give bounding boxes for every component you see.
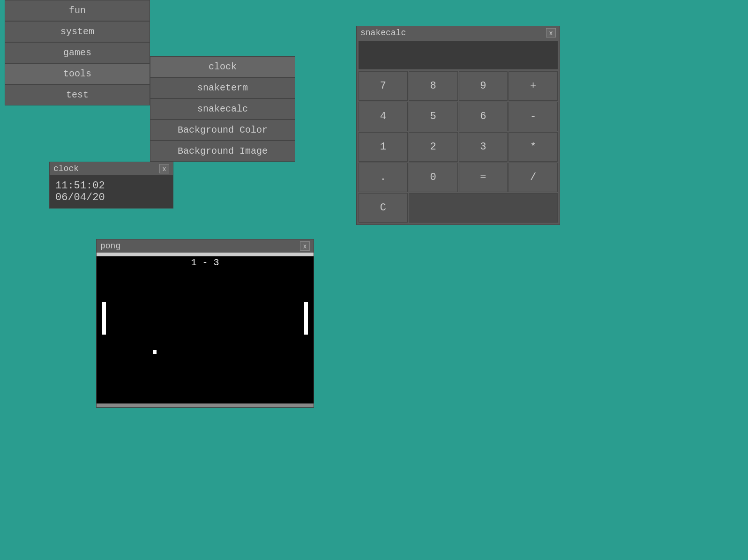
calc-title: snakecalc <box>360 28 406 37</box>
calc-close-button[interactable]: x <box>546 28 556 37</box>
menu-item-fun[interactable]: fun <box>5 0 150 21</box>
calc-btn-0[interactable]: 0 <box>409 163 458 192</box>
calc-btn-clear[interactable]: C <box>359 193 408 223</box>
pong-top-wall <box>97 253 314 256</box>
calc-btn-8[interactable]: 8 <box>409 71 458 101</box>
calc-btn-minus[interactable]: - <box>509 102 558 131</box>
menu-item-tools[interactable]: tools <box>5 63 150 84</box>
clock-window: clock x 11:51:02 06/04/20 <box>49 162 173 209</box>
pong-close-button[interactable]: x <box>300 241 310 251</box>
pong-ball <box>153 350 157 354</box>
clock-time: 11:51:02 <box>55 180 105 192</box>
pong-score: 1 - 3 <box>191 257 219 268</box>
calc-btn-equals[interactable]: = <box>459 163 508 192</box>
pong-title: pong <box>100 241 120 251</box>
calc-display <box>359 41 558 69</box>
calc-btn-7[interactable]: 7 <box>359 71 408 101</box>
pong-titlebar: pong x <box>97 239 314 253</box>
pong-paddle-right <box>304 302 308 335</box>
pong-paddle-left <box>102 302 106 335</box>
pong-bottom-wall <box>97 403 314 407</box>
clock-titlebar: clock x <box>50 162 173 175</box>
calc-button-grid: 7 8 9 + 4 5 6 - 1 2 3 * . 0 = / C <box>357 69 560 224</box>
calc-btn-divide[interactable]: / <box>509 163 558 192</box>
clock-title: clock <box>53 164 79 173</box>
calc-btn-2[interactable]: 2 <box>409 132 458 162</box>
calc-btn-5[interactable]: 5 <box>409 102 458 131</box>
main-menu: fun system games tools test <box>5 0 150 105</box>
calc-btn-6[interactable]: 6 <box>459 102 508 131</box>
calc-window: snakecalc x 7 8 9 + 4 5 6 - 1 2 3 * . 0 … <box>356 26 560 225</box>
calc-btn-dot[interactable]: . <box>359 163 408 192</box>
pong-game-area: 1 - 3 <box>97 253 314 407</box>
menu-item-test[interactable]: test <box>5 84 150 105</box>
submenu-item-clock[interactable]: clock <box>150 56 295 77</box>
pong-window: pong x 1 - 3 <box>96 239 314 408</box>
calc-btn-3[interactable]: 3 <box>459 132 508 162</box>
menu-item-games[interactable]: games <box>5 42 150 63</box>
calc-btn-4[interactable]: 4 <box>359 102 408 131</box>
calc-btn-plus[interactable]: + <box>509 71 558 101</box>
clock-display: 11:51:02 06/04/20 <box>50 175 173 208</box>
submenu-item-snakecalc[interactable]: snakecalc <box>150 98 295 119</box>
clock-date: 06/04/20 <box>55 192 105 203</box>
submenu: clock snaketerm snakecalc Background Col… <box>150 56 295 162</box>
clock-close-button[interactable]: x <box>159 164 169 173</box>
calc-btn-1[interactable]: 1 <box>359 132 408 162</box>
menu-item-system[interactable]: system <box>5 21 150 42</box>
calc-btn-wide-empty <box>409 193 558 223</box>
calc-titlebar: snakecalc x <box>357 26 560 39</box>
submenu-item-background-image[interactable]: Background Image <box>150 141 295 162</box>
calc-btn-multiply[interactable]: * <box>509 132 558 162</box>
submenu-item-snaketerm[interactable]: snaketerm <box>150 77 295 98</box>
calc-btn-9[interactable]: 9 <box>459 71 508 101</box>
submenu-item-background-color[interactable]: Background Color <box>150 119 295 141</box>
clock-date-separator <box>111 180 123 192</box>
